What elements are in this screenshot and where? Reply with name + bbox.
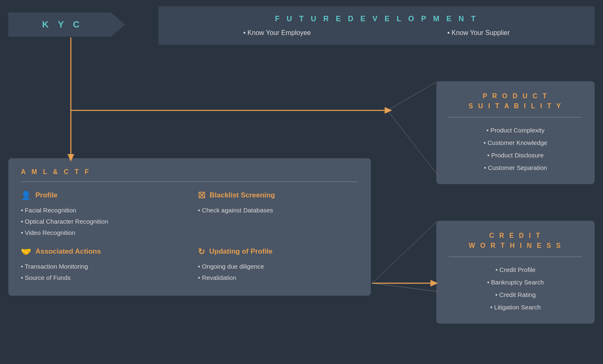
future-dev-item-employee: Know Your Employee	[243, 29, 311, 37]
list-item: Customer Separation	[449, 162, 582, 174]
list-item: Optical Character Recognition	[21, 216, 181, 227]
credit-worthiness-box: C R E D I TW O R T H I N E S S Credit Pr…	[436, 221, 595, 324]
svg-line-9	[372, 283, 438, 292]
aml-box: A M L & C T F 👤 Profile Facial Recogniti…	[8, 158, 371, 296]
aml-blacklist-title: ☒ Blacklist Screening	[198, 190, 358, 200]
svg-marker-3	[385, 107, 392, 114]
future-dev-items: Know Your Employee Know Your Supplier	[175, 29, 578, 37]
credit-worthiness-title: C R E D I TW O R T H I N E S S	[449, 231, 582, 251]
list-item: Credit Rating	[449, 289, 582, 301]
list-item: Transaction Monitoring	[21, 261, 181, 272]
aml-associated-list: Transaction Monitoring Source of Funds	[21, 261, 181, 283]
profile-icon: 👤	[21, 190, 31, 200]
blacklist-icon: ☒	[198, 190, 205, 200]
future-dev-box: F U T U R E D E V E L O P M E N T Know Y…	[158, 6, 595, 45]
aml-profile-list: Facial Recognition Optical Character Rec…	[21, 204, 181, 238]
future-dev-item-supplier: Know Your Supplier	[448, 29, 510, 37]
list-item: Credit Profile	[449, 264, 582, 276]
list-item: Product Complexity	[449, 124, 582, 137]
svg-line-8	[372, 221, 438, 283]
list-item: Ongoing due diligence	[198, 261, 358, 272]
list-item: Check against Databases	[198, 204, 358, 216]
list-item: Bankruptcy Search	[449, 276, 582, 289]
future-dev-title: F U T U R E D E V E L O P M E N T	[175, 15, 578, 23]
product-suitability-box: P R O D U C TS U I T A B I L I T Y Produ…	[436, 81, 595, 184]
credit-divider	[449, 257, 582, 257]
kyc-box: K Y C	[8, 12, 125, 37]
credit-list: Credit Profile Bankruptcy Search Credit …	[449, 264, 582, 314]
list-item: Product Disclosure	[449, 149, 582, 162]
aml-updating-section: ↻ Updating of Profile Ongoing due dilige…	[198, 247, 358, 283]
main-container: K Y C F U T U R E D E V E L O P M E N T …	[0, 0, 603, 364]
list-item: Customer Knowledge	[449, 137, 582, 149]
list-item: Litigation Search	[449, 301, 582, 314]
aml-associated-section: 🤝 Associated Actions Transaction Monitor…	[21, 247, 181, 283]
aml-updating-list: Ongoing due diligence Revalidation	[198, 261, 358, 283]
aml-blacklist-list: Check against Databases	[198, 204, 358, 216]
aml-profile-title: 👤 Profile	[21, 190, 181, 200]
aml-title: A M L & C T F	[21, 168, 358, 176]
aml-grid: 👤 Profile Facial Recognition Optical Cha…	[21, 190, 358, 283]
svg-line-6	[388, 81, 438, 110]
aml-updating-title: ↻ Updating of Profile	[198, 247, 358, 257]
associated-icon: 🤝	[21, 247, 31, 257]
list-item: Revalidation	[198, 272, 358, 283]
svg-line-7	[388, 110, 438, 175]
product-list: Product Complexity Customer Knowledge Pr…	[449, 124, 582, 174]
list-item: Video Recognition	[21, 227, 181, 238]
product-divider	[449, 117, 582, 117]
aml-divider	[21, 182, 358, 182]
aml-profile-section: 👤 Profile Facial Recognition Optical Cha…	[21, 190, 181, 238]
aml-associated-title: 🤝 Associated Actions	[21, 247, 181, 257]
kyc-label: K Y C	[42, 19, 83, 30]
list-item: Facial Recognition	[21, 204, 181, 216]
aml-blacklist-section: ☒ Blacklist Screening Check against Data…	[198, 190, 358, 238]
product-suitability-title: P R O D U C TS U I T A B I L I T Y	[449, 91, 582, 111]
list-item: Source of Funds	[21, 272, 181, 283]
updating-icon: ↻	[198, 247, 205, 257]
